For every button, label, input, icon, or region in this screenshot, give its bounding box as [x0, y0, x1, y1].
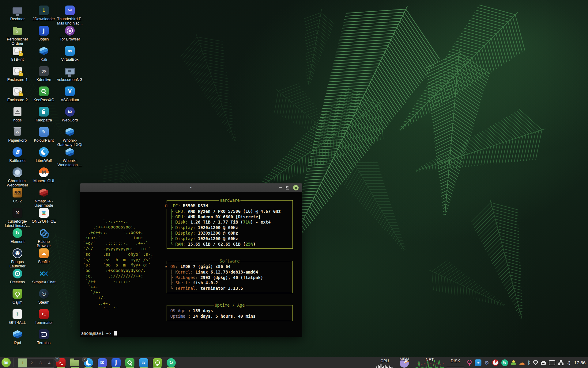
desktop-icon-thunderbird-e-mail-und-nac[interactable]: ✉Thunderbird E-Mail und Nac...: [57, 5, 83, 25]
info-row: Uptime : 14 days, 5 hours, 49 mins: [168, 314, 292, 319]
desktop-icon-i2pd[interactable]: i2pd: [4, 329, 31, 345]
taskbar-app-terminator[interactable]: >_2: [56, 358, 66, 368]
desktop-icon-simplex-chat[interactable]: ××SimpleX Chat: [31, 268, 57, 284]
taskbar-app-joplin[interactable]: J: [111, 358, 121, 368]
bluetooth-icon[interactable]: ᛒ: [528, 360, 531, 365]
desktop-icon-jdownloader[interactable]: ↓JDownloader: [31, 5, 57, 21]
updates-gear-icon[interactable]: ⚙: [484, 360, 489, 366]
desktop-icon-virtualbox[interactable]: ≈VirtualBox: [57, 45, 83, 62]
close-icon[interactable]: [293, 185, 299, 190]
clock[interactable]: 17:56: [574, 360, 586, 365]
desktop-icon-whonix-gateway-lxqt[interactable]: Whonix-Gateway-LXQt: [57, 126, 83, 147]
kdenlive-icon: ≫: [38, 66, 50, 77]
desktop-icon-chromium-webbrowser[interactable]: Chromium-Webbrowser: [4, 167, 31, 187]
desktop-icon-terminator[interactable]: >_Terminator: [31, 309, 57, 325]
shield-icon[interactable]: [533, 360, 538, 365]
desktop-icon-enclosure-1[interactable]: Enclosure-1: [4, 66, 31, 82]
desktop-icon-label: CS 2: [4, 199, 31, 203]
seafile-tray-icon[interactable]: ☁: [519, 360, 525, 366]
display-icon[interactable]: [549, 360, 555, 365]
desktop-icon-enclosure-2[interactable]: Enclosure-2: [4, 86, 31, 102]
desktop-icon-label: Rclone Browser: [31, 240, 57, 248]
taskbar-app-element[interactable]: ↻: [166, 358, 176, 368]
desktop-icon-tor-browser[interactable]: Tor Browser: [57, 25, 83, 41]
section-hardware: Hardware⊓ PC: B550M DS3H ├ CPU: AMD Ryze…: [167, 200, 293, 249]
desktop-icon-curseforge-latest-linux-a[interactable]: ⚒curseforge-latest-linux.A...: [4, 207, 31, 228]
workspace-1[interactable]: 1: [18, 358, 27, 367]
motherboard-icon: ⊓: [165, 203, 168, 209]
window-count-badge: 2: [82, 357, 87, 362]
desktop-icon-hdds[interactable]: hdds: [4, 106, 31, 122]
desktop-icon-freelens[interactable]: Freelens: [4, 268, 31, 284]
desktop-icon-vokoscreenng[interactable]: vokoscreenNG: [57, 66, 83, 82]
desktop-icon-librewolf[interactable]: LibreWolf: [31, 147, 57, 163]
info-row: ├ Packages: 2993 (dpkg), 40 (flatpak): [168, 275, 292, 281]
window-count-badge: 2: [55, 357, 60, 362]
taskbar-app-keepassxc[interactable]: [125, 358, 135, 368]
info-row: PC: B550M DS3H: [168, 203, 292, 209]
desktop-icon-kleopatra[interactable]: Kleopatra: [31, 106, 57, 122]
desktop-icon-8tb-int[interactable]: 8TB-int: [4, 45, 31, 62]
network-wired-icon[interactable]: [558, 360, 564, 365]
user-switcher-icon[interactable]: [511, 360, 516, 365]
workspace-2[interactable]: 2: [27, 358, 36, 367]
taskbar-app-files[interactable]: [70, 358, 80, 368]
desktop-icon-label: 8TB-int: [4, 57, 31, 62]
monero-icon: M: [38, 167, 50, 178]
desktop-icon-whonix-workstation[interactable]: Whonix-Workstation-...: [57, 147, 83, 167]
monitor-label: MEM: [400, 357, 409, 361]
taskbar-app-librewolf[interactable]: 2: [84, 358, 93, 368]
curseforge-icon: ⚒: [12, 207, 23, 218]
desktop-icon-element[interactable]: ↻Element: [4, 228, 31, 244]
desktop-icon-joplin[interactable]: JJoplin: [31, 25, 57, 41]
info-row: ├ GPU: AMD Radeon RX 6600 [Discrete]: [168, 214, 292, 220]
virtualbox-tray-icon[interactable]: ≈: [475, 359, 481, 366]
keyboard-light-icon[interactable]: [467, 360, 472, 366]
tracker-clock-icon[interactable]: [492, 359, 499, 366]
desktop-icon-rechner[interactable]: Rechner: [4, 5, 31, 21]
monitor-net[interactable]: NET: [416, 358, 444, 368]
workspace-4[interactable]: 4: [45, 358, 54, 367]
desktop-icon-nmapsi4-user-mode[interactable]: NmapSI4 - User mode: [31, 187, 57, 208]
section-software: Software▪ OS: LMDE 7 (gigi) x86_64 ├ Ker…: [167, 261, 293, 293]
desktop-icon-keepassxc[interactable]: KeePassXC: [31, 86, 57, 102]
desktop-icon-termius[interactable]: ›Termius: [31, 329, 57, 345]
terminal-titlebar[interactable]: ~: [80, 183, 302, 192]
desktop-icon-rclone-browser[interactable]: Rclone Browser: [31, 228, 57, 248]
home-folder-icon: ⌂: [12, 25, 23, 36]
seafile-icon: ☁: [38, 248, 50, 259]
monitor-mem[interactable]: MEM: [396, 357, 413, 368]
desktop-icon-cs-2[interactable]: GOCS 2: [4, 187, 31, 203]
maximize-icon[interactable]: [286, 186, 289, 190]
desktop-icon-kdenlive[interactable]: ≫Kdenlive: [31, 66, 57, 82]
desktop-icon-label: GPT4ALL: [4, 320, 31, 325]
desktop-icon-faugus-launcher[interactable]: ☻Faugus Launcher: [4, 248, 31, 268]
sync-icon[interactable]: ↻: [501, 359, 508, 366]
info-row: ├ Kernel: Linux 6.12.73+deb13-amd64: [168, 270, 292, 275]
desktop-icon-pers-nlicher-ordner[interactable]: ⌂Persönlicher Ordner: [4, 25, 31, 46]
taskbar-app-gajim[interactable]: [153, 358, 162, 368]
monitor-cpu[interactable]: CPU: [376, 358, 393, 368]
desktop-icon-steam[interactable]: ☉Steam: [31, 288, 57, 305]
desktop-icon-webcord[interactable]: ωWebCord: [57, 106, 83, 122]
desktop-icon-onlyoffice[interactable]: ONLYOFFICE: [31, 207, 57, 224]
desktop-icon-gpt4all[interactable]: ✳GPT4ALL: [4, 309, 31, 325]
desktop-icon-papierkorb[interactable]: ♻Papierkorb: [4, 126, 31, 143]
workspace-3[interactable]: 3: [36, 358, 45, 367]
taskbar-app-thunderbird[interactable]: ✉: [97, 358, 107, 368]
desktop-icon-vscodium[interactable]: VVSCodium: [57, 86, 83, 102]
taskbar-app-virtualbox[interactable]: ≈: [139, 358, 149, 368]
desktop-icon-battle-net[interactable]: BBattle.net: [4, 147, 31, 163]
desktop-icon-monero-gui[interactable]: MMonero GUI: [31, 167, 57, 183]
monitor-disk[interactable]: DISK: [447, 358, 464, 368]
terminal-body[interactable]: `.-::---.. .:++++ooooossoo:. .+o++::. `.…: [80, 192, 302, 337]
minimize-icon[interactable]: [279, 187, 282, 188]
printer-icon[interactable]: [541, 361, 546, 365]
desktop-icon-seafile[interactable]: ☁Seafile: [31, 248, 57, 264]
desktop-icon-gajim[interactable]: Gajim: [4, 288, 31, 305]
taskbar-system-area: CPUMEMNETDISK ≈⚙↻☁ᛒ♫ 17:56: [376, 357, 586, 368]
audio-player-icon[interactable]: ♫: [566, 360, 571, 365]
mint-menu-button[interactable]: lm: [2, 358, 11, 367]
desktop-icon-kolourpaint[interactable]: ✎KolourPaint: [31, 126, 57, 143]
desktop-icon-kali[interactable]: Kali: [31, 45, 57, 62]
